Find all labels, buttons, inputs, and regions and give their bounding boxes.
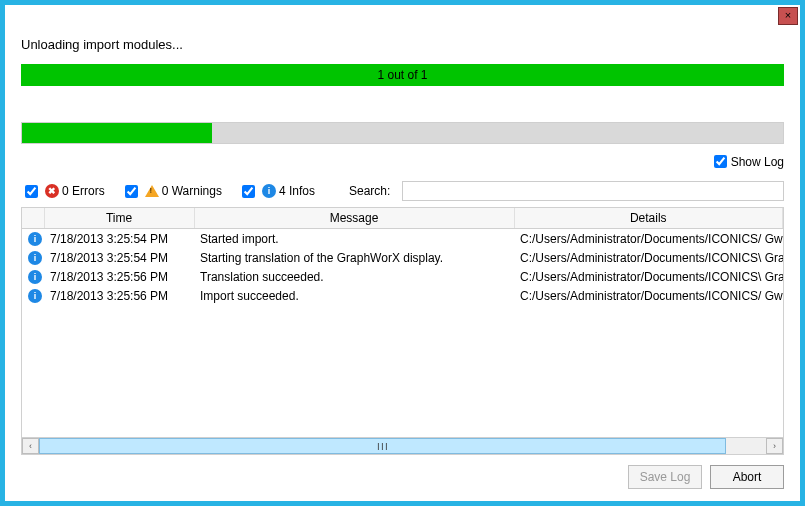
cell-details: C:/Users/Administrator/Documents/ICONICS… (514, 267, 783, 286)
horizontal-scrollbar[interactable]: ‹ ׀׀׀ › (22, 437, 783, 454)
col-message-header[interactable]: Message (194, 208, 514, 229)
close-button[interactable]: × (778, 7, 798, 25)
scroll-left-button[interactable]: ‹ (22, 438, 39, 454)
cell-details: C:/Users/Administrator/Documents/ICONICS… (514, 286, 783, 305)
table-row[interactable]: i7/18/2013 3:25:56 PMTranslation succeed… (22, 267, 783, 286)
show-log-label: Show Log (731, 155, 784, 169)
info-icon: i (28, 251, 42, 265)
warnings-checkbox[interactable] (125, 185, 138, 198)
table-row[interactable]: i7/18/2013 3:25:56 PMImport succeeded.C:… (22, 286, 783, 305)
overall-progress-label: 1 out of 1 (377, 68, 427, 82)
info-icon: i (28, 289, 42, 303)
table-row[interactable]: i7/18/2013 3:25:54 PMStarting translatio… (22, 248, 783, 267)
errors-label: 0 Errors (62, 184, 105, 198)
save-log-button[interactable]: Save Log (628, 465, 702, 489)
cell-message: Import succeeded. (194, 286, 514, 305)
filter-errors[interactable]: ✖ 0 Errors (21, 182, 105, 201)
cell-message: Started import. (194, 229, 514, 249)
task-progress-fill (22, 123, 212, 143)
error-icon: ✖ (45, 184, 59, 198)
info-icon: i (28, 232, 42, 246)
cell-time: 7/18/2013 3:25:54 PM (44, 229, 194, 249)
col-time-header[interactable]: Time (44, 208, 194, 229)
scroll-right-button[interactable]: › (766, 438, 783, 454)
filter-infos[interactable]: i 4 Infos (238, 182, 315, 201)
infos-label: 4 Infos (279, 184, 315, 198)
info-icon: i (28, 270, 42, 284)
cell-time: 7/18/2013 3:25:56 PM (44, 267, 194, 286)
scroll-thumb[interactable]: ׀׀׀ (39, 438, 726, 454)
scroll-track[interactable]: ׀׀׀ (39, 438, 766, 454)
log-table-container: Time Message Details i7/18/2013 3:25:54 … (21, 207, 784, 455)
info-icon: i (262, 184, 276, 198)
infos-checkbox[interactable] (242, 185, 255, 198)
abort-button[interactable]: Abort (710, 465, 784, 489)
status-text: Unloading import modules... (21, 37, 784, 52)
cell-message: Translation succeeded. (194, 267, 514, 286)
cell-time: 7/18/2013 3:25:56 PM (44, 286, 194, 305)
log-table: Time Message Details i7/18/2013 3:25:54 … (22, 208, 783, 305)
show-log-checkbox[interactable] (714, 155, 727, 168)
table-empty-area (22, 305, 783, 437)
col-icon-header[interactable] (22, 208, 44, 229)
content-area: Unloading import modules... 1 out of 1 S… (5, 29, 800, 501)
table-header-row: Time Message Details (22, 208, 783, 229)
col-details-header[interactable]: Details (514, 208, 783, 229)
overall-progress-bar: 1 out of 1 (21, 64, 784, 86)
warnings-label: 0 Warnings (162, 184, 222, 198)
cell-details: C:/Users/Administrator/Documents/ICONICS… (514, 248, 783, 267)
cell-message: Starting translation of the GraphWorX di… (194, 248, 514, 267)
task-progress-bar (21, 122, 784, 144)
table-row[interactable]: i7/18/2013 3:25:54 PMStarted import.C:/U… (22, 229, 783, 249)
footer-buttons: Save Log Abort (21, 465, 784, 489)
warning-icon (145, 185, 159, 197)
cell-time: 7/18/2013 3:25:54 PM (44, 248, 194, 267)
filter-row: ✖ 0 Errors 0 Warnings i 4 Infos Search: (21, 181, 784, 201)
search-input[interactable] (402, 181, 784, 201)
titlebar: × (5, 5, 800, 29)
show-log-row: Show Log (21, 152, 784, 171)
search-label: Search: (349, 184, 390, 198)
dialog-window: × Unloading import modules... 1 out of 1… (0, 0, 805, 506)
filter-warnings[interactable]: 0 Warnings (121, 182, 222, 201)
errors-checkbox[interactable] (25, 185, 38, 198)
cell-details: C:/Users/Administrator/Documents/ICONICS… (514, 229, 783, 249)
